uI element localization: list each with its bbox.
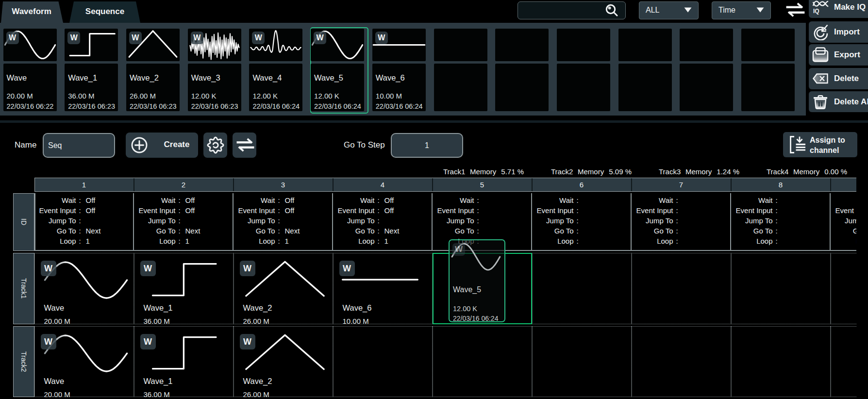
svg-text:IQ: IQ xyxy=(813,8,819,15)
